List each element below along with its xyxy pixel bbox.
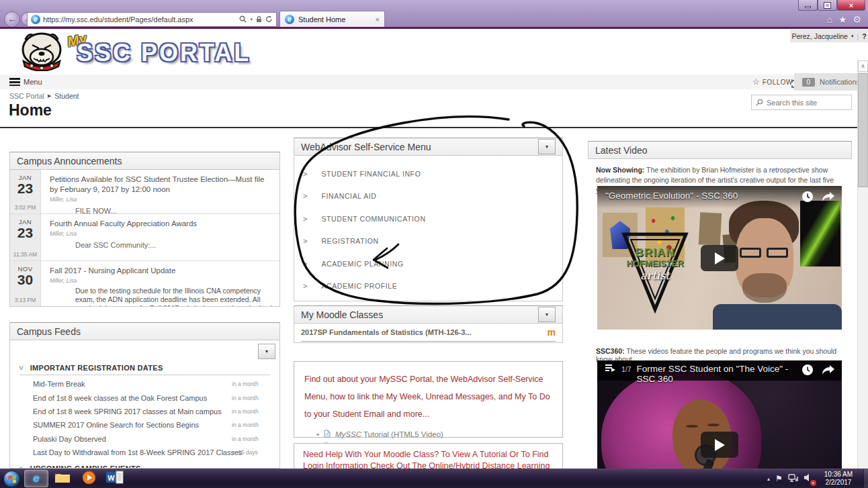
feed-item[interactable]: Mid-Term Breakin a month — [19, 377, 279, 391]
follow-button[interactable]: ☆ FOLLOW — [752, 77, 793, 87]
feed-text[interactable]: SUMMER 2017 Online Search for Sections B… — [33, 421, 199, 429]
announcement-title[interactable]: Petitions Available for SSC Student Trus… — [50, 175, 273, 195]
feed-item[interactable]: End of 1st 8 week classes at the Oak For… — [19, 391, 279, 404]
minimize-icon — [805, 6, 811, 8]
watch-later-clock-icon[interactable] — [801, 364, 814, 379]
singer-eye — [686, 425, 698, 428]
announcement-title[interactable]: Fall 2017 - Nursing Applicant Update — [50, 266, 273, 276]
feed-text[interactable]: End of 1st 8 week classes at the Oak For… — [33, 394, 207, 402]
feed-text[interactable]: Pulaski Day Observed — [33, 435, 106, 443]
scrollbar-thumb[interactable] — [858, 73, 868, 187]
start-button[interactable] — [3, 471, 20, 487]
search-icon[interactable] — [239, 13, 247, 26]
feed-text[interactable]: Last Day to Withdrawal from 1st 8-Week S… — [33, 448, 243, 456]
play-button[interactable] — [701, 245, 738, 271]
menu-button[interactable]: Menu — [9, 77, 42, 88]
search-input[interactable] — [767, 99, 844, 107]
webadvisor-item-student-financial-info[interactable]: >STUDENT FINANCIAL INFO — [294, 162, 562, 185]
action-center-flag-icon[interactable]: ⚑ — [775, 474, 783, 483]
video-title-bar: "Geometric Evolution" - SSC 360 — [597, 186, 842, 209]
watch-later-clock-icon[interactable] — [801, 191, 814, 205]
dropdown-icon[interactable]: ▾ — [250, 17, 253, 22]
feed-item[interactable]: Pulaski Day Observedin a month — [19, 432, 279, 446]
webadvisor-item-student-communication[interactable]: >STUDENT COMMUNICATION — [294, 207, 562, 230]
tab-close-icon[interactable]: × — [376, 15, 380, 23]
volume-muted-icon[interactable]: × — [804, 473, 814, 485]
feeds-group-registration[interactable]: > IMPORTANT REGISTRATION DATES — [19, 364, 279, 372]
announcement-excerpt[interactable]: FILE NOW... — [75, 207, 273, 214]
tray-expand-icon[interactable]: ▴ — [767, 476, 770, 482]
play-icon — [715, 252, 725, 264]
taskbar-media-player-button[interactable] — [77, 470, 101, 487]
taskbar: e W ▴ ⚑ × 10:36 AM 2/2/2017 — [0, 469, 868, 488]
help-button[interactable]: ? — [862, 32, 866, 40]
feed-item[interactable]: SUMMER 2017 Online Search for Sections B… — [19, 418, 279, 432]
webadvisor-item-registration[interactable]: >REGISTRATION — [294, 230, 562, 253]
taskbar-word-button[interactable]: W — [103, 470, 127, 487]
announcement-item[interactable]: JAN 23 3:02 PM Petitions Available for S… — [10, 170, 279, 214]
webadvisor-item-academic-planning[interactable]: >ACADEMIC PLANNING — [294, 252, 562, 275]
announcement-title[interactable]: Fourth Annual Faculty Appreciation Award… — [50, 219, 273, 229]
taskbar-ie-button[interactable]: e — [24, 470, 48, 487]
browser-tab[interactable]: Student Home × — [279, 11, 385, 28]
user-menu[interactable]: Perez, Jacqueline ▾ | ? — [790, 30, 868, 42]
taskbar-explorer-button[interactable] — [50, 470, 75, 487]
video-title[interactable]: Former SSC Student on "The Voice" - SSC … — [637, 364, 796, 384]
webadvisor-dropdown-button[interactable]: ▼ — [538, 139, 556, 154]
breadcrumb-root[interactable]: SSC Portal — [9, 92, 44, 100]
now-showing-label: Now Showing: — [596, 166, 644, 174]
announcement-item[interactable]: NOV 30 3:13 PM Fall 2017 - Nursing Appli… — [10, 261, 279, 306]
video-title[interactable]: "Geometric Evolution" - SSC 360 — [605, 191, 738, 201]
network-icon[interactable] — [788, 473, 798, 485]
share-arrow-icon[interactable] — [822, 191, 835, 205]
moodle-class-row[interactable]: 2017SP Fundamentals of Statistics (MTH-1… — [301, 327, 556, 342]
feed-text[interactable]: End of 1st 8 week SPRING 2017 classes at… — [33, 407, 222, 416]
play-button[interactable] — [701, 432, 738, 458]
close-button[interactable]: × — [837, 0, 865, 11]
divider: | — [857, 32, 859, 40]
address-bar[interactable]: https://my.ssc.edu/student/Pages/default… — [27, 12, 277, 27]
back-button[interactable]: ← — [4, 11, 20, 28]
video-player-geometric[interactable]: BRIAN HOFMEISTER artist "Geometric Evolu… — [597, 186, 842, 330]
minimize-button[interactable] — [798, 0, 818, 11]
announcement-excerpt[interactable]: Dear SSC Community:... — [75, 241, 273, 249]
favorites-star-icon[interactable]: ★ — [838, 14, 847, 25]
breadcrumb-current[interactable]: Student — [54, 92, 79, 100]
maximize-button[interactable] — [818, 0, 837, 11]
playlist-icon[interactable] — [605, 364, 616, 376]
show-desktop-button[interactable] — [863, 469, 868, 488]
search-box[interactable] — [751, 95, 852, 110]
windows-flag-icon — [8, 475, 16, 483]
webadvisor-item-academic-profile[interactable]: >ACADEMIC PROFILE — [294, 275, 562, 298]
feed-item[interactable]: End of 1st 8 week SPRING 2017 classes at… — [19, 405, 279, 418]
tools-gear-icon[interactable]: ⚙ — [853, 14, 861, 25]
fall-2017-link[interactable]: Fall 2017 — [150, 304, 179, 306]
share-arrow-icon[interactable] — [822, 364, 835, 378]
moodle-icon[interactable]: m — [548, 327, 556, 338]
html5-doc-icon — [324, 430, 331, 439]
feed-when: in a month — [232, 395, 259, 401]
hamburger-icon — [9, 77, 20, 88]
moodle-class-link[interactable]: 2017SP Fundamentals of Statistics (MTH-1… — [301, 328, 471, 336]
moodle-header: My Moodle Classes ▼ — [294, 305, 563, 324]
folder-icon — [54, 471, 71, 487]
latest-video-title: Latest Video — [595, 145, 648, 156]
scroll-up-arrow[interactable]: ∧ — [858, 60, 868, 72]
chevron-down-icon: ▾ — [851, 34, 854, 39]
user-name[interactable]: Perez, Jacqueline — [791, 32, 847, 40]
feed-item[interactable]: Last Day to Withdrawal from 1st 8-Week S… — [19, 446, 279, 459]
feeds-dropdown-button[interactable]: ▼ — [258, 344, 275, 359]
webadvisor-item-financial-aid[interactable]: >FINANCIAL AID — [294, 185, 562, 208]
page-scrollbar[interactable]: ∧ — [857, 60, 868, 469]
taskbar-clock[interactable]: 10:36 AM 2/2/2017 — [819, 471, 858, 487]
feed-text[interactable]: Mid-Term Break — [33, 380, 85, 388]
refresh-icon[interactable] — [265, 13, 273, 26]
moodle-dropdown-button[interactable]: ▼ — [538, 307, 556, 322]
announcement-item[interactable]: JAN 23 11:35 AM Fourth Annual Faculty Ap… — [10, 214, 279, 261]
tutorial-link-video[interactable]: • MySSC Tutorial (HTML5 Video) — [316, 430, 552, 439]
time: 3:13 PM — [15, 297, 36, 303]
url-text[interactable]: https://my.ssc.edu/student/Pages/default… — [43, 15, 193, 23]
feeds-header: Campus Feeds — [9, 322, 280, 340]
video-player-voice[interactable]: 1/7 Former SSC Student on "The Voice" - … — [597, 360, 842, 469]
home-icon[interactable]: ⌂ — [826, 14, 832, 25]
